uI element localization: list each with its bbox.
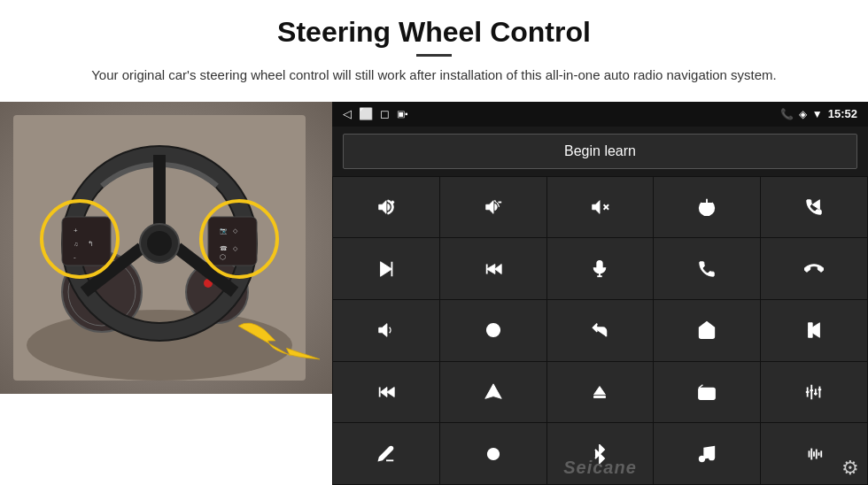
yellow-arrow-icon xyxy=(235,314,323,367)
clock-display: 15:52 xyxy=(828,107,857,120)
back-button[interactable] xyxy=(547,300,654,361)
mute-icon xyxy=(590,197,609,217)
svg-marker-49 xyxy=(485,384,501,399)
pen-button[interactable] xyxy=(333,423,439,484)
svg-marker-35 xyxy=(495,264,501,273)
camera-360-icon: 360° xyxy=(484,320,503,340)
end-call-icon xyxy=(804,259,824,279)
prev-track-button[interactable] xyxy=(761,300,867,361)
car-image-bg: + ♫ - ↰ 📷 ◇ ☎ ◇ ⬡ xyxy=(0,102,332,394)
svg-marker-34 xyxy=(486,264,494,273)
svg-marker-50 xyxy=(594,387,606,395)
svg-text:360°: 360° xyxy=(491,329,498,333)
page-container: Steering Wheel Control Your original car… xyxy=(0,0,868,485)
svg-point-68 xyxy=(700,456,705,461)
back-icon xyxy=(590,320,609,340)
camera-small-icon xyxy=(484,444,503,464)
svg-marker-47 xyxy=(387,387,394,396)
call-button[interactable] xyxy=(654,238,760,299)
page-title: Steering Wheel Control xyxy=(53,16,815,49)
content-row: + ♫ - ↰ 📷 ◇ ☎ ◇ ⬡ xyxy=(0,102,868,486)
android-panel: ◁ ⬜ ◻ ▣▪ 📞 ◈ ▼ 15:52 Begin learn xyxy=(332,102,868,486)
fast-forward-next-icon xyxy=(484,259,503,279)
begin-learn-button[interactable]: Begin learn xyxy=(343,134,857,169)
phone-status-icon: 📞 xyxy=(780,108,794,120)
status-bar: ◁ ⬜ ◻ ▣▪ 📞 ◈ ▼ 15:52 xyxy=(332,102,868,127)
header-section: Steering Wheel Control Your original car… xyxy=(0,0,868,95)
volume-up-icon xyxy=(376,197,396,217)
next-icon xyxy=(376,259,396,279)
camera-360-button[interactable]: 360° xyxy=(440,300,546,361)
camera-small-button[interactable] xyxy=(440,423,546,484)
status-bar-left: ◁ ⬜ ◻ ▣▪ xyxy=(343,107,408,120)
svg-marker-30 xyxy=(812,200,819,210)
power-button[interactable] xyxy=(654,177,760,238)
svg-point-69 xyxy=(709,455,715,460)
back-nav-icon[interactable]: ◁ xyxy=(343,107,352,120)
subtitle-text: Your original car's steering wheel contr… xyxy=(80,65,788,86)
mic-icon xyxy=(590,259,609,279)
home-nav-icon[interactable]: ⬜ xyxy=(359,107,373,120)
svg-point-12 xyxy=(147,231,172,256)
prev-track-icon xyxy=(804,320,824,340)
music-icon xyxy=(697,444,717,464)
status-bar-right: 📞 ◈ ▼ 15:52 xyxy=(780,107,857,120)
navigation-icon xyxy=(484,382,503,402)
gear-icon[interactable]: ⚙ xyxy=(841,457,859,480)
eq-button[interactable] xyxy=(761,362,867,423)
pen-icon xyxy=(376,444,396,464)
power-icon xyxy=(697,197,717,217)
eq-icon xyxy=(804,382,824,402)
mute-button[interactable] xyxy=(547,177,654,238)
bluetooth-button[interactable] xyxy=(547,423,654,484)
title-divider xyxy=(416,54,452,57)
fast-forward-icon xyxy=(376,382,396,402)
radio-button[interactable] xyxy=(654,362,760,423)
horn-icon xyxy=(376,320,396,340)
volume-up-button[interactable] xyxy=(333,177,439,238)
next-button[interactable] xyxy=(333,238,439,299)
bluetooth-icon xyxy=(590,444,609,464)
svg-marker-46 xyxy=(380,387,386,396)
music-button[interactable] xyxy=(654,423,760,484)
fast-forward-next-button[interactable] xyxy=(440,238,546,299)
home-icon xyxy=(697,320,717,340)
wifi-status-icon: ▼ xyxy=(812,108,823,120)
navigation-button[interactable] xyxy=(440,362,546,423)
car-image-panel: + ♫ - ↰ 📷 ◇ ☎ ◇ ⬡ xyxy=(0,102,332,394)
highlight-circle-left xyxy=(40,199,120,279)
horn-button[interactable] xyxy=(333,300,439,361)
fast-forward-button[interactable] xyxy=(333,362,439,423)
location-status-icon: ◈ xyxy=(799,108,807,120)
phone-prev-icon xyxy=(804,197,824,217)
eject-icon xyxy=(590,382,609,402)
highlight-circle-right xyxy=(199,199,279,279)
svg-rect-51 xyxy=(594,396,606,398)
recent-nav-icon[interactable]: ◻ xyxy=(380,107,390,120)
mic-button[interactable] xyxy=(547,238,654,299)
home-button[interactable] xyxy=(654,300,760,361)
signal-icon: ▣▪ xyxy=(397,109,408,119)
radio-icon xyxy=(697,382,717,402)
svg-point-53 xyxy=(702,391,708,396)
phone-prev-button[interactable] xyxy=(761,177,867,238)
svg-marker-31 xyxy=(380,261,391,276)
volume-down-icon xyxy=(484,197,503,217)
svg-marker-45 xyxy=(809,323,813,338)
volume-down-button[interactable] xyxy=(440,177,546,238)
svg-marker-39 xyxy=(379,324,387,337)
control-grid: 360° xyxy=(332,176,868,486)
waveform-icon xyxy=(804,444,824,464)
call-icon xyxy=(697,259,717,279)
eject-button[interactable] xyxy=(547,362,654,423)
end-call-button[interactable] xyxy=(761,238,867,299)
